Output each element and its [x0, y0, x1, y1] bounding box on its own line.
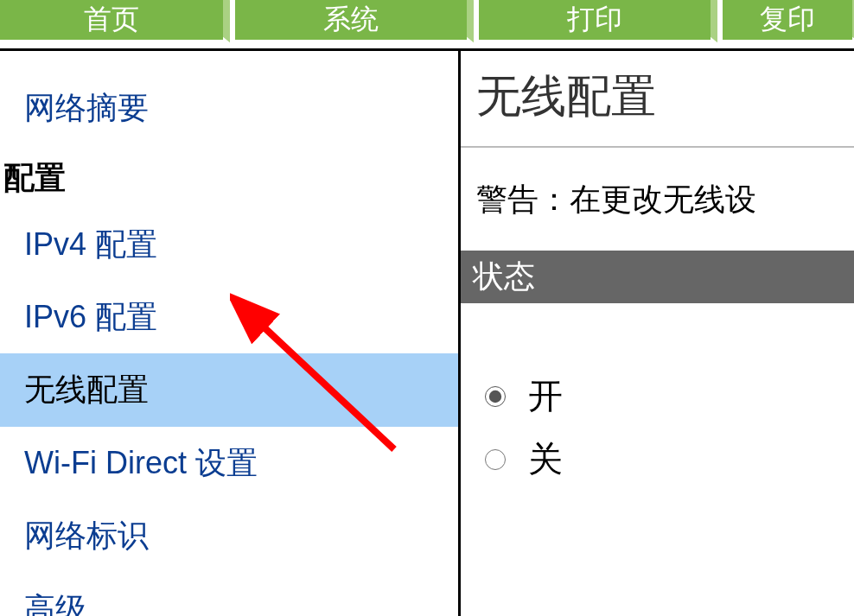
body-row: 网络摘要 配置 IPv4 配置 IPv6 配置 无线配置 Wi-Fi Direc… — [0, 48, 854, 616]
radio-row-on[interactable]: 开 — [485, 372, 854, 420]
radio-on-label: 开 — [528, 372, 563, 420]
status-bar: 状态 — [461, 251, 854, 303]
radio-row-off[interactable]: 关 — [485, 435, 854, 483]
tab-copy[interactable]: 复印 — [723, 0, 852, 40]
radio-off-label: 关 — [528, 435, 563, 483]
radio-off[interactable] — [485, 449, 506, 470]
nav-network-id[interactable]: 网络标识 — [0, 499, 458, 572]
radio-on[interactable] — [485, 386, 506, 407]
main-panel: 无线配置 警告：在更改无线设 状态 开 关 — [458, 51, 854, 616]
tab-print[interactable]: 打印 — [479, 0, 711, 40]
sidebar: 网络摘要 配置 IPv4 配置 IPv6 配置 无线配置 Wi-Fi Direc… — [0, 51, 458, 616]
radio-group-status: 开 关 — [461, 303, 854, 483]
nav-ipv6-config[interactable]: IPv6 配置 — [0, 281, 458, 353]
nav-advanced[interactable]: 高级 — [0, 573, 458, 616]
tab-home[interactable]: 首页 — [0, 0, 223, 40]
tab-bar: 首页 系统 打印 复印 — [0, 0, 854, 43]
nav-section-config: 配置 — [0, 144, 458, 207]
nav-wireless-config[interactable]: 无线配置 — [0, 353, 458, 426]
page-title: 无线配置 — [461, 51, 854, 148]
warning-text: 警告：在更改无线设 — [461, 148, 854, 251]
nav-network-summary[interactable]: 网络摘要 — [0, 72, 458, 144]
nav-wifi-direct[interactable]: Wi-Fi Direct 设置 — [0, 427, 458, 499]
tab-system[interactable]: 系统 — [235, 0, 467, 40]
nav-ipv4-config[interactable]: IPv4 配置 — [0, 208, 458, 281]
